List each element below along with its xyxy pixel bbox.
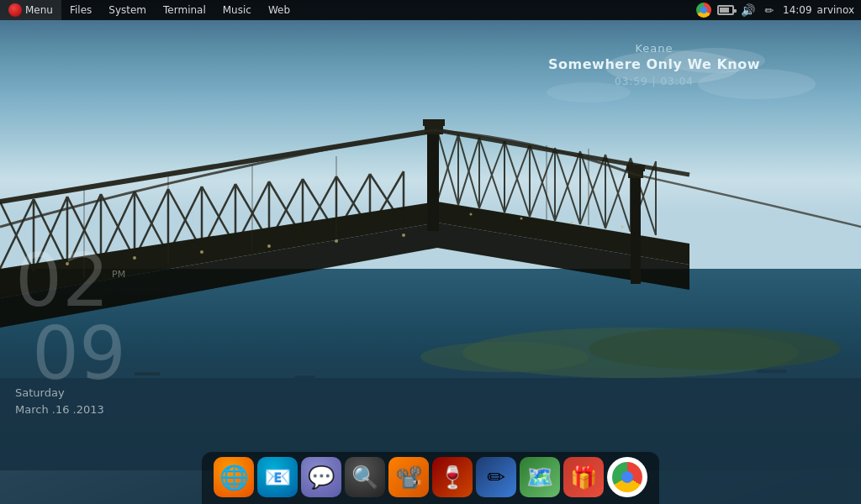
- music-artist: Keane: [548, 42, 760, 55]
- svg-point-90: [267, 244, 271, 248]
- svg-point-3: [589, 328, 841, 370]
- svg-point-96: [621, 226, 624, 228]
- svg-rect-79: [626, 165, 645, 171]
- edit-icon[interactable]: ✏: [761, 2, 778, 18]
- dock-icon-thunderbird[interactable]: 📧: [257, 457, 298, 497]
- music-total: 03:04: [660, 76, 694, 87]
- svg-point-94: [520, 218, 523, 220]
- dock-icon-gift[interactable]: 🎁: [563, 457, 604, 497]
- dock-icon-wine[interactable]: 🍷: [432, 457, 473, 497]
- dock-icon-maps[interactable]: 🗺️: [520, 457, 560, 497]
- svg-rect-77: [631, 175, 641, 284]
- music-widget[interactable]: Keane Somewhere Only We Know 03:59 | 03:…: [548, 42, 760, 87]
- battery-indicator: [717, 5, 734, 15]
- clock-hour: 02: [15, 244, 109, 318]
- terminal-menu[interactable]: Terminal: [155, 0, 214, 20]
- pencil-symbol: ✏: [765, 4, 774, 17]
- taskbar: Menu Files System Terminal Music Web: [0, 0, 861, 20]
- svg-point-93: [470, 213, 473, 216]
- thunderbird-icon: 📧: [264, 465, 291, 490]
- taskbar-right: 🔊 ✏ 14:09 arvinox: [695, 2, 861, 18]
- chrome-dock-icon: [612, 462, 642, 492]
- svg-point-89: [200, 250, 203, 254]
- pencil-icon: ✏️: [487, 465, 505, 490]
- system-label: System: [108, 4, 146, 16]
- dock-icon-synapse[interactable]: 🔍: [345, 457, 385, 497]
- synapse-icon: 🔍: [351, 465, 378, 490]
- wine-icon: 🍷: [439, 465, 466, 490]
- dock-icon-pencil[interactable]: ✏️: [476, 457, 516, 497]
- clock-widget: 02 PM 09 Saturday March .16 .2013: [15, 244, 150, 417]
- svg-rect-102: [294, 375, 315, 378]
- menu-logo-icon: [8, 3, 22, 17]
- pidgin-icon: 💬: [308, 465, 335, 490]
- menu-button[interactable]: Menu: [0, 0, 61, 20]
- dock-icon-pidgin[interactable]: 💬: [301, 457, 341, 497]
- music-time: 03:59 | 03:04: [548, 76, 760, 87]
- dock-icon-firefox[interactable]: 🌐: [214, 457, 254, 497]
- battery-icon[interactable]: [717, 2, 734, 18]
- music-separator: |: [652, 76, 661, 87]
- web-label: Web: [268, 4, 290, 16]
- battery-fill: [720, 8, 729, 13]
- vlc-icon: 📽️: [395, 465, 422, 490]
- svg-point-95: [571, 222, 573, 224]
- firefox-icon: 🌐: [219, 464, 249, 491]
- system-menu[interactable]: System: [100, 0, 155, 20]
- desktop: Menu Files System Terminal Music Web: [0, 0, 861, 504]
- dock-icon-chrome[interactable]: [607, 457, 647, 497]
- svg-point-91: [335, 239, 338, 243]
- gift-icon: 🎁: [570, 465, 597, 490]
- music-title: Somewhere Only We Know: [548, 56, 760, 72]
- dock-icon-vlc[interactable]: 📽️: [388, 457, 429, 497]
- music-label: Music: [223, 4, 251, 16]
- maps-icon: 🗺️: [526, 465, 553, 490]
- svg-point-92: [402, 234, 405, 237]
- chrome-tray-icon[interactable]: [695, 2, 712, 18]
- chrome-icon: [696, 3, 711, 18]
- dock: 🌐 📧 💬 🔍 📽️ 🍷 ✏️ 🗺️ 🎁: [202, 452, 659, 504]
- clock-time: 14:09: [783, 4, 812, 16]
- menu-label: Menu: [25, 4, 53, 16]
- date-formatted: March .16 .2013: [15, 402, 150, 418]
- music-menu[interactable]: Music: [214, 0, 260, 20]
- terminal-label: Terminal: [163, 4, 206, 16]
- clock-minute: 09: [32, 317, 126, 391]
- files-menu[interactable]: Files: [61, 0, 100, 20]
- volume-symbol: 🔊: [741, 3, 755, 17]
- clock-display: 02 PM 09: [15, 244, 150, 378]
- taskbar-left: Menu Files System Terminal Music Web: [0, 0, 298, 20]
- clock-period: PM: [112, 269, 125, 280]
- svg-rect-74: [427, 130, 439, 231]
- files-label: Files: [70, 4, 92, 16]
- username-label: arvinox: [817, 4, 854, 16]
- svg-rect-76: [423, 119, 445, 126]
- svg-point-4: [420, 342, 589, 372]
- svg-rect-103: [757, 370, 786, 373]
- music-elapsed: 03:59: [615, 76, 648, 87]
- volume-icon[interactable]: 🔊: [739, 2, 756, 18]
- web-menu[interactable]: Web: [260, 0, 298, 20]
